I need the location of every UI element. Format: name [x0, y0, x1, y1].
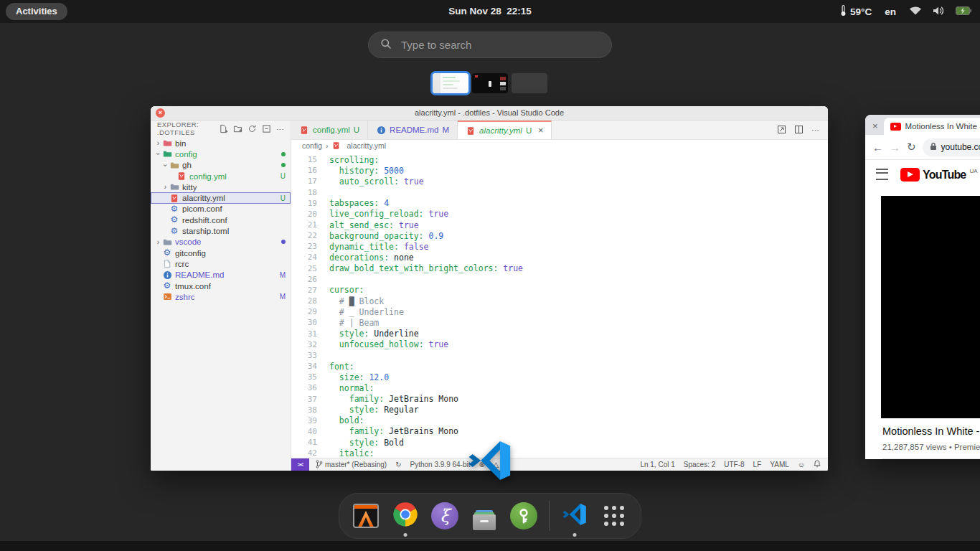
- eol-setting[interactable]: LF: [753, 461, 762, 468]
- dock-item-keepassxc[interactable]: [509, 501, 538, 530]
- breadcrumb-folder[interactable]: config: [302, 141, 322, 150]
- forward-icon[interactable]: →: [890, 141, 900, 154]
- clock[interactable]: Sun Nov 28 22:15: [448, 0, 532, 23]
- code-line: 19tabspaces: 4: [291, 198, 828, 209]
- video-title: Motionless In White - Anot: [882, 425, 980, 437]
- dash-dock: ξ: [339, 493, 641, 539]
- tab-close-icon[interactable]: ×: [538, 126, 543, 136]
- tree-item-kitty[interactable]: ›kitty: [151, 182, 291, 192]
- dock-item-google-chrome[interactable]: [391, 501, 420, 530]
- yaml-icon: [176, 171, 187, 181]
- workspace-thumbnail-vscode[interactable]: [433, 73, 468, 93]
- search-input[interactable]: [400, 38, 600, 52]
- tab-config-yml[interactable]: config.yml U: [291, 121, 368, 139]
- git-branch-status[interactable]: master* (Rebasing): [316, 460, 387, 470]
- remote-indicator[interactable]: ><: [291, 458, 309, 471]
- tree-item-rcrc[interactable]: rcrc: [151, 258, 291, 269]
- language-mode[interactable]: YAML: [770, 461, 789, 468]
- file-label: redshift.conf: [182, 216, 227, 225]
- indentation-setting[interactable]: Spaces: 2: [684, 461, 715, 468]
- dock-item-alacritty[interactable]: [352, 501, 380, 530]
- tree-item-gitconfig[interactable]: ⚙gitconfig: [151, 248, 291, 258]
- open-changes-icon[interactable]: [777, 125, 786, 136]
- chrome-active-tab[interactable]: Motionless In White -: [884, 118, 980, 135]
- python-interpreter[interactable]: Python 3.9.9 64-bit: [410, 461, 471, 468]
- split-editor-icon[interactable]: [794, 125, 804, 136]
- tree-item-zshrc[interactable]: zshrcM: [151, 291, 291, 302]
- git-badge: M: [280, 271, 286, 279]
- tree-item-README.md[interactable]: README.mdM: [151, 270, 291, 281]
- code-line: 40 family: JetBrains Mono: [291, 426, 828, 437]
- new-file-icon[interactable]: [219, 124, 228, 133]
- sync-icon[interactable]: ↻: [395, 461, 401, 468]
- cursor-position[interactable]: Ln 1, Col 1: [640, 461, 674, 468]
- tab-close-icon[interactable]: ×: [868, 121, 884, 135]
- vscode-titlebar[interactable]: × alacritty.yml - .dotfiles - Visual Stu…: [151, 106, 828, 121]
- window-close-button[interactable]: ×: [156, 108, 165, 118]
- tab-label: config.yml: [313, 126, 350, 134]
- workspace-thumbnail-youtube[interactable]: [472, 73, 508, 93]
- line-number: 24: [291, 253, 317, 262]
- dock-item-files[interactable]: [470, 501, 499, 530]
- vscode-app-icon[interactable]: [467, 438, 513, 484]
- keyboard-layout-indicator[interactable]: en: [885, 6, 896, 17]
- tree-item-bin[interactable]: ›bin: [151, 138, 291, 149]
- chrome-icon: [392, 501, 419, 531]
- status-icons[interactable]: [909, 6, 971, 18]
- file-label: alacritty.yml: [182, 194, 225, 202]
- chevron-icon: ›: [154, 238, 162, 246]
- new-folder-icon[interactable]: [233, 124, 242, 133]
- refresh-icon[interactable]: [248, 124, 257, 133]
- search-icon: [380, 38, 392, 52]
- video-player[interactable]: [881, 196, 980, 418]
- breadcrumb-separator-icon: ›: [326, 141, 329, 150]
- hamburger-menu-icon[interactable]: [876, 169, 888, 180]
- youtube-logo[interactable]: YouTube UA: [900, 168, 978, 182]
- wifi-icon: [909, 6, 922, 17]
- tree-item-alacritty.yml[interactable]: alacritty.ymlU: [151, 192, 291, 203]
- breadcrumb-file[interactable]: alacritty.yml: [347, 141, 387, 150]
- file-label: rcrc: [175, 260, 189, 268]
- tree-item-picom.conf[interactable]: ⚙picom.conf: [151, 204, 291, 215]
- breadcrumb[interactable]: config › alacritty.yml: [291, 140, 828, 151]
- search-bar[interactable]: [368, 32, 612, 58]
- reload-icon[interactable]: ↻: [907, 141, 916, 154]
- collapse-folders-icon[interactable]: [262, 124, 271, 133]
- chevron-icon: ›: [154, 150, 162, 158]
- tree-item-tmux.conf[interactable]: ⚙tmux.conf: [151, 281, 291, 291]
- file-label: gh: [182, 161, 192, 169]
- tab-readme-md[interactable]: README.md M: [368, 121, 458, 139]
- tree-item-config[interactable]: ›config: [151, 149, 291, 159]
- temperature-indicator[interactable]: 59°C: [840, 4, 872, 19]
- gear-icon: ⚙: [169, 227, 179, 236]
- tree-item-redshift.conf[interactable]: ⚙redshift.conf: [151, 215, 291, 225]
- more-actions-icon[interactable]: ···: [276, 125, 284, 133]
- workspace-thumbnail-empty[interactable]: [512, 73, 547, 93]
- tree-item-vscode[interactable]: ›vscode: [151, 237, 291, 248]
- dock-item-vscode[interactable]: [560, 501, 589, 530]
- code-editor[interactable]: 15scrolling:16 history: 500017 auto_scro…: [291, 151, 828, 458]
- tree-item-config.yml[interactable]: config.ymlU: [151, 171, 291, 182]
- dock-item-emacs[interactable]: ξ: [430, 501, 459, 530]
- notifications-bell-icon[interactable]: [814, 460, 821, 469]
- dock-item-app-grid[interactable]: [600, 501, 628, 530]
- encoding-setting[interactable]: UTF-8: [724, 461, 744, 468]
- git-badge: M: [280, 293, 286, 301]
- gear-icon: ⚙: [162, 281, 172, 291]
- file-label: bin: [175, 139, 186, 148]
- tab-alacritty-yml[interactable]: alacritty.yml U ×: [458, 121, 552, 139]
- info-file-icon: [376, 126, 386, 135]
- feedback-icon[interactable]: ☺: [798, 461, 805, 468]
- chrome-window[interactable]: × Motionless In White - ← → ↻ youtube.co…: [865, 115, 980, 459]
- running-indicator: [573, 533, 577, 537]
- tree-item-gh[interactable]: ›gh: [151, 160, 291, 171]
- tree-item-starship.toml[interactable]: ⚙starship.toml: [151, 225, 291, 236]
- activities-button[interactable]: Activities: [6, 3, 67, 20]
- more-actions-icon[interactable]: ···: [811, 126, 819, 134]
- vscode-window[interactable]: × alacritty.yml - .dotfiles - Visual Stu…: [151, 106, 828, 471]
- address-bar[interactable]: youtube.com/wa: [923, 138, 980, 156]
- tab-label: alacritty.yml: [479, 126, 522, 135]
- back-icon[interactable]: ←: [872, 141, 883, 154]
- git-badge: U: [354, 126, 359, 134]
- line-number: 33: [291, 351, 317, 360]
